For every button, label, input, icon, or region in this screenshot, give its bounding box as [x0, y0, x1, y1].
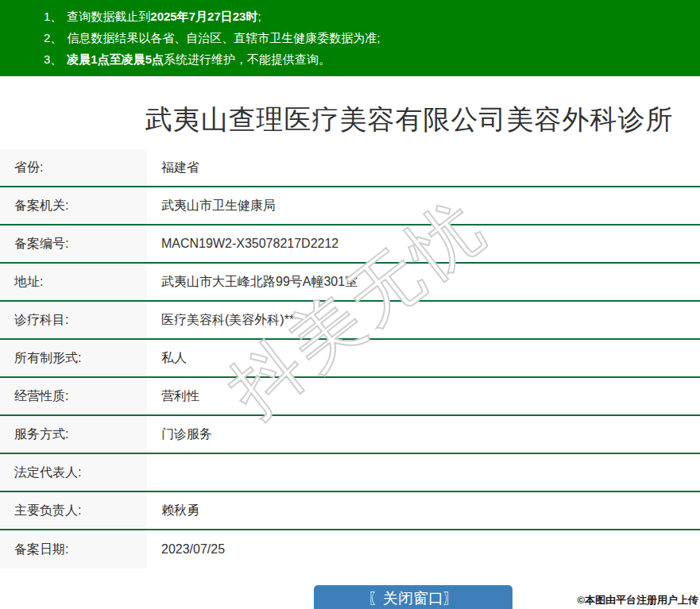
table-row-ownership-form: 所有制形式: 私人 — [0, 340, 700, 378]
row-value: 门诊服务 — [147, 416, 700, 453]
notice-line-3: 3、凌晨1点至凌晨5点系统进行维护，不能提供查询。 — [44, 48, 692, 70]
notice-text: ; — [257, 10, 261, 23]
row-label: 地址: — [0, 264, 147, 300]
table-row-filing-date: 备案日期: 2023/07/25 — [0, 530, 700, 569]
row-value: 福建省 — [147, 149, 700, 186]
row-label: 备案编号: — [0, 225, 147, 262]
row-label: 经营性质: — [0, 378, 147, 414]
notice-number: 2、 — [44, 31, 62, 44]
notice-line-2: 2、信息数据结果以各省、自治区、直辖市卫生健康委数据为准; — [44, 27, 692, 48]
row-value: 营利性 — [147, 378, 700, 414]
table-row-service-mode: 服务方式: 门诊服务 — [0, 416, 700, 454]
row-label: 所有制形式: — [0, 340, 147, 376]
row-label: 备案机关: — [0, 187, 147, 224]
notice-text: 系统进行维护，不能提供查询。 — [164, 52, 331, 66]
row-label: 服务方式: — [0, 416, 147, 453]
page-title: 武夷山查理医疗美容有限公司美容外科诊所 — [0, 102, 700, 138]
row-value: 私人 — [147, 340, 700, 376]
close-window-button[interactable]: 〖关闭窗口〗 — [314, 585, 512, 609]
table-row-operating-nature: 经营性质: 营利性 — [0, 378, 700, 416]
row-value: 武夷山市卫生健康局 — [147, 187, 700, 224]
table-row-filing-number: 备案编号: MACN19W2-X35078217D2212 — [0, 225, 700, 264]
row-value: 2023/07/25 — [147, 530, 700, 569]
row-value: 赖秋勇 — [147, 492, 700, 529]
institution-info-table: 省份: 福建省 备案机关: 武夷山市卫生健康局 备案编号: MACN19W2-X… — [0, 149, 700, 569]
row-label: 备案日期: — [0, 530, 147, 569]
notice-text-bold: 2025年7月27日23时 — [150, 10, 257, 23]
row-label: 法定代表人: — [0, 454, 147, 491]
notice-text: 查询数据截止到 — [67, 10, 150, 23]
notice-number: 1、 — [44, 10, 62, 23]
row-label: 省份: — [0, 149, 147, 186]
notice-text-bold: 凌晨1点至凌晨5点 — [67, 52, 164, 66]
table-row-main-person-in-charge: 主要负责人: 赖秋勇 — [0, 492, 700, 530]
row-label: 诊疗科目: — [0, 302, 147, 338]
row-value — [147, 454, 700, 491]
row-value: MACN19W2-X35078217D2212 — [147, 225, 700, 262]
table-row-legal-representative: 法定代表人: — [0, 454, 700, 492]
table-row-filing-authority: 备案机关: 武夷山市卫生健康局 — [0, 187, 700, 225]
table-row-address: 地址: 武夷山市大王峰北路99号A幢301室 — [0, 264, 700, 302]
notice-banner: 1、查询数据截止到2025年7月27日23时; 2、信息数据结果以各省、自治区、… — [0, 0, 700, 76]
notice-line-1: 1、查询数据截止到2025年7月27日23时; — [44, 6, 692, 27]
row-value: 医疗美容科(美容外科)****** — [147, 302, 700, 338]
image-credit-watermark: ©本图由平台注册用户上传 — [577, 593, 698, 607]
table-row-province: 省份: 福建省 — [0, 149, 700, 187]
notice-text: 信息数据结果以各省、自治区、直辖市卫生健康委数据为准; — [67, 31, 380, 44]
table-row-treatment-subjects: 诊疗科目: 医疗美容科(美容外科)****** — [0, 302, 700, 340]
row-value: 武夷山市大王峰北路99号A幢301室 — [147, 264, 700, 300]
notice-number: 3、 — [44, 52, 62, 66]
row-label: 主要负责人: — [0, 492, 147, 529]
